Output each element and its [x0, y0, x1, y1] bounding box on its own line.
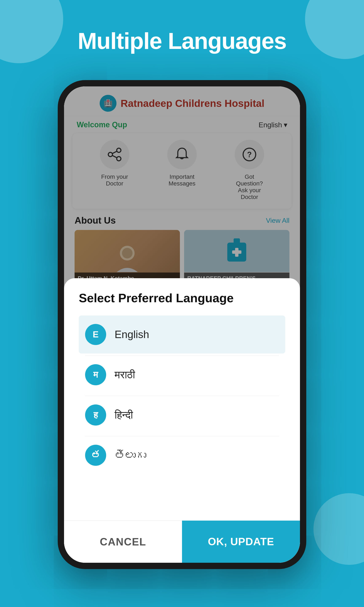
lang-avatar-telugu: త: [85, 445, 106, 466]
language-option-english[interactable]: E English: [79, 316, 285, 354]
page-title: Multiple Languages: [0, 27, 364, 54]
lang-name-english: English: [115, 328, 149, 341]
language-selection-modal: Select Preferred Language E English म मर…: [64, 278, 300, 563]
decorative-circle-bottom-right: [313, 493, 364, 565]
phone-frame: 🏥 Ratnadeep Childrens Hospital Welcome Q…: [58, 80, 306, 569]
modal-title: Select Preferred Language: [79, 291, 285, 305]
ok-update-button[interactable]: OK, UPDATE: [182, 521, 300, 563]
lang-avatar-hindi: ह: [85, 404, 106, 425]
phone-screen: 🏥 Ratnadeep Childrens Hospital Welcome Q…: [64, 86, 300, 563]
lang-name-telugu: తెలుగు: [115, 449, 146, 461]
lang-avatar-marathi: म: [85, 364, 106, 385]
language-option-marathi[interactable]: म मराठी: [79, 356, 285, 394]
app-content: 🏥 Ratnadeep Childrens Hospital Welcome Q…: [64, 86, 300, 563]
language-option-hindi[interactable]: ह हिन्दी: [79, 396, 285, 434]
language-option-telugu[interactable]: త తెలుగు: [79, 436, 285, 474]
cancel-button[interactable]: CANCEL: [64, 521, 182, 563]
lang-avatar-english: E: [85, 324, 106, 345]
lang-name-marathi: मराठी: [115, 369, 135, 381]
modal-bottom-buttons: CANCEL OK, UPDATE: [64, 521, 300, 563]
lang-name-hindi: हिन्दी: [115, 409, 133, 421]
